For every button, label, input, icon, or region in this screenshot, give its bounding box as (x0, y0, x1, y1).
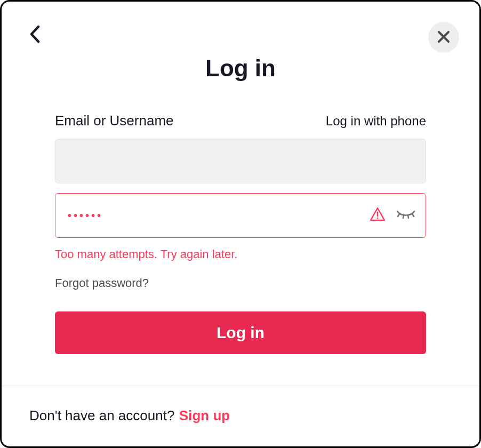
forgot-password-link[interactable]: Forgot password? (55, 276, 149, 290)
login-with-phone-link[interactable]: Log in with phone (326, 114, 426, 129)
eye-closed-icon[interactable] (396, 209, 415, 222)
svg-line-3 (403, 215, 404, 219)
close-button[interactable] (428, 22, 459, 53)
footer-prompt: Don't have an account? (29, 407, 174, 423)
chevron-left-icon (29, 25, 41, 45)
back-button[interactable] (24, 24, 45, 45)
signup-link[interactable]: Sign up (179, 407, 230, 423)
warning-icon (370, 206, 386, 225)
page-title: Log in (2, 55, 479, 82)
email-label: Email or Username (55, 113, 174, 129)
email-input[interactable] (55, 139, 426, 183)
login-form: Email or Username Log in with phone ••••… (2, 113, 479, 386)
password-input-wrap: •••••• (55, 193, 426, 238)
svg-point-1 (377, 218, 379, 219)
login-modal: Log in Email or Username Log in with pho… (0, 0, 481, 448)
password-icons (370, 206, 415, 225)
label-row: Email or Username Log in with phone (55, 113, 426, 129)
svg-line-4 (408, 215, 408, 219)
error-message: Too many attempts. Try again later. (55, 247, 426, 261)
footer: Don't have an account? Sign up (2, 386, 479, 446)
svg-line-2 (398, 214, 399, 217)
close-icon (437, 30, 451, 45)
email-input-wrap (55, 139, 426, 183)
login-button[interactable]: Log in (55, 311, 426, 354)
svg-line-5 (412, 214, 414, 217)
